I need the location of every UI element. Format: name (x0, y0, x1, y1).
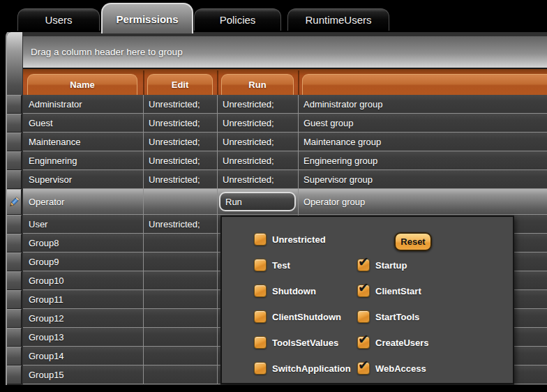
row-indicator-cell[interactable] (7, 290, 22, 309)
cell-description[interactable]: Supervisor group (298, 170, 547, 188)
cell-description[interactable]: Maintenance group (298, 133, 547, 151)
checkbox-label: ClientShutdown (272, 312, 341, 322)
reset-button[interactable]: Reset (394, 232, 432, 251)
cell-edit[interactable]: Unrestricted; (143, 170, 218, 188)
cell-run[interactable]: Unrestricted; (217, 133, 299, 151)
checkbox-label: Test (272, 260, 290, 271)
cell-edit[interactable] (143, 252, 218, 271)
checkbox-label: Shutdown (272, 286, 316, 296)
row-indicator-cell[interactable] (7, 95, 22, 114)
cell-description[interactable]: Administrator group (298, 95, 547, 113)
row-indicator-cell[interactable] (7, 234, 22, 252)
checkbox-unrestricted[interactable]: Unrestricted (254, 233, 326, 246)
row-indicator-cell[interactable] (7, 365, 22, 384)
cell-run[interactable]: Unrestricted; (217, 170, 299, 188)
checkbox-test[interactable]: Test (254, 259, 290, 271)
cell-name[interactable]: Group12 (23, 309, 144, 327)
checkbox-clientstart[interactable]: ✔ClientStart (357, 285, 421, 297)
cell-run[interactable]: Unrestricted; (217, 95, 299, 113)
cell-edit[interactable] (143, 365, 218, 384)
checkbox-shutdown[interactable]: Shutdown (254, 285, 316, 297)
tab-policies[interactable]: Policies (194, 8, 281, 31)
checkbox-clientshutdown[interactable]: ClientShutdown (254, 310, 341, 323)
row-indicator-cell[interactable] (7, 215, 22, 234)
gutter-top-filler (7, 32, 22, 95)
table-row[interactable]: EnginneringUnrestricted;Unrestricted;Eng… (23, 151, 547, 170)
cell-name[interactable]: Administrator (23, 95, 144, 113)
cell-edit[interactable] (143, 309, 218, 327)
checkbox-createusers[interactable]: ✔CreateUsers (357, 336, 429, 349)
cell-name[interactable]: Guest (23, 114, 144, 132)
column-header-name[interactable]: Name (27, 74, 137, 95)
table-row-selected[interactable]: OperatorOperator groupRun (23, 189, 547, 215)
row-indicator-cell[interactable] (7, 347, 22, 365)
checkbox-label: ToolsSetValues (272, 338, 338, 348)
checkbox-label: ClientStart (375, 286, 421, 296)
cell-edit[interactable]: Unrestricted; (143, 114, 218, 132)
checkbox-label: Startup (375, 260, 407, 271)
tab-runtimeusers[interactable]: RuntimeUsers (287, 8, 389, 31)
cell-name[interactable]: User (23, 215, 144, 233)
row-indicator-cell[interactable] (7, 271, 22, 290)
unchecked-checkbox-icon (254, 233, 267, 246)
tab-users[interactable]: Users (17, 8, 100, 31)
cell-edit[interactable]: Unrestricted; (143, 215, 218, 233)
cell-edit[interactable] (143, 290, 218, 308)
cell-run[interactable]: Unrestricted; (217, 114, 299, 132)
checkbox-startup[interactable]: ✔Startup (357, 259, 407, 271)
row-indicator-cell[interactable] (7, 151, 22, 170)
checkbox-label: StartTools (375, 312, 419, 322)
row-indicator-cell[interactable] (7, 114, 22, 133)
cell-description[interactable]: Guest group (298, 114, 547, 132)
cell-name[interactable]: Group9 (23, 252, 144, 271)
row-indicator-cell[interactable] (7, 133, 22, 151)
checkbox-label: Unrestricted (272, 234, 326, 245)
cell-name[interactable]: Operator (23, 189, 144, 214)
cell-edit[interactable]: Unrestricted; (143, 151, 218, 169)
cell-edit[interactable] (143, 189, 218, 214)
cell-edit[interactable] (143, 328, 218, 346)
checkbox-webaccess[interactable]: ✔WebAccess (357, 362, 426, 375)
cell-name[interactable]: Supervisor (23, 170, 144, 188)
column-header-run[interactable]: Run (221, 74, 294, 95)
cell-name[interactable]: Maintenance (23, 133, 144, 151)
cell-description[interactable]: Engineering group (298, 151, 547, 169)
checkbox-toolssetvalues[interactable]: ToolsSetValues (254, 336, 338, 349)
cell-description[interactable]: Operator group (298, 189, 547, 214)
row-indicator-cell[interactable] (7, 328, 22, 347)
checkbox-switchapplication[interactable]: SwitchApplication (254, 362, 351, 375)
run-cell-editor[interactable]: Run (219, 192, 296, 211)
cell-name[interactable]: Group14 (23, 347, 144, 365)
row-indicator-cell[interactable] (7, 309, 22, 328)
checked-checkbox-icon: ✔ (357, 259, 370, 271)
cell-edit[interactable] (143, 271, 218, 289)
table-row[interactable]: AdministratorUnrestricted;Unrestricted;A… (23, 95, 547, 114)
cell-edit[interactable]: Unrestricted; (143, 133, 218, 151)
group-by-drop-area[interactable]: Drag a column header here to group (23, 36, 547, 68)
row-indicator-cell[interactable] (7, 170, 22, 189)
cell-name[interactable]: Group13 (23, 328, 144, 346)
column-header-description[interactable] (302, 74, 547, 95)
row-indicator-cell[interactable] (7, 252, 22, 271)
cell-edit[interactable] (143, 234, 218, 252)
table-row[interactable]: GuestUnrestricted;Unrestricted;Guest gro… (23, 114, 547, 133)
row-indicator-cell[interactable] (7, 189, 22, 215)
column-header-edit[interactable]: Edit (147, 74, 213, 95)
column-header-row: NameEditRun (23, 68, 547, 95)
header-separator (298, 70, 299, 95)
cell-edit[interactable] (143, 347, 218, 365)
cell-edit[interactable]: Unrestricted; (143, 95, 218, 113)
checkbox-starttools[interactable]: StartTools (357, 310, 419, 323)
pencil-edit-icon (8, 196, 20, 209)
cell-run[interactable]: Unrestricted; (217, 151, 299, 169)
table-row[interactable]: SupervisorUnrestricted;Unrestricted;Supe… (23, 170, 547, 189)
cell-name[interactable]: Group10 (23, 271, 144, 289)
cell-name[interactable]: Group8 (23, 234, 144, 252)
table-row[interactable]: MaintenanceUnrestricted;Unrestricted;Mai… (23, 133, 547, 151)
cell-name[interactable]: Enginnering (23, 151, 144, 169)
cell-name[interactable]: Group11 (23, 290, 144, 308)
unchecked-checkbox-icon (254, 336, 267, 349)
checked-checkbox-icon: ✔ (357, 362, 370, 375)
tab-permissions[interactable]: Permissions (101, 3, 193, 33)
cell-name[interactable]: Group15 (23, 365, 144, 384)
